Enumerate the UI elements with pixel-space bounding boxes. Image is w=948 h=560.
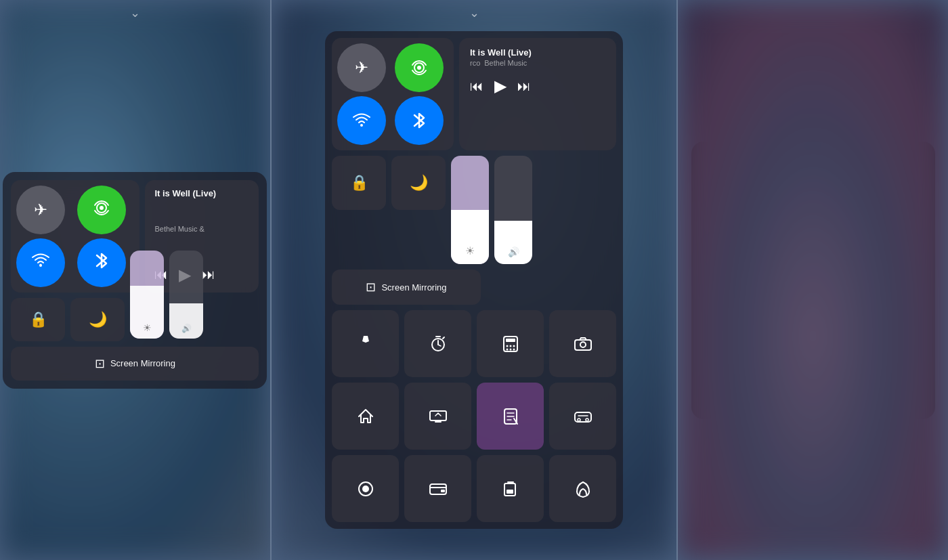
svg-point-13 [509, 348, 511, 350]
svg-point-2 [39, 264, 42, 267]
music-artist2b: Bethel Music [484, 59, 527, 67]
row-2: 🔒 🌙 ☀ 🔊 [11, 298, 259, 341]
panel-3: ✈ Airplane Mode Off Cellula [678, 0, 948, 560]
control-center-1: ✈ [3, 172, 267, 389]
control-center-2: ✈ [325, 31, 623, 529]
music-artist-1: Bethel Music & [154, 225, 249, 233]
connectivity-block-2: ✈ [332, 38, 454, 150]
svg-point-16 [580, 342, 586, 347]
svg-point-1 [100, 206, 104, 210]
svg-point-9 [506, 345, 508, 347]
shortcuts-row1 [332, 310, 616, 377]
svg-point-23 [362, 486, 369, 492]
notes-btn[interactable] [477, 383, 544, 450]
moon-icon-2: 🌙 [410, 174, 428, 192]
svg-rect-8 [506, 339, 515, 342]
airplane-mode-btn[interactable]: ✈ [16, 186, 65, 234]
row2-3: ⊡ Screen Mirroring [332, 270, 616, 305]
ffwd-btn-2[interactable]: ⏭ [517, 79, 531, 94]
appletv-btn[interactable] [404, 383, 471, 450]
svg-point-21 [586, 418, 588, 421]
home-btn[interactable] [332, 383, 399, 450]
svg-point-11 [513, 345, 515, 347]
music-controls-2: ⏮ ▶ ⏭ [470, 77, 605, 95]
wifi-icon-2 [352, 111, 371, 130]
notch-2: ⌄ [469, 5, 479, 20]
svg-point-20 [578, 418, 580, 421]
music-title-2: It is Well (Live) [470, 47, 605, 58]
airplane-icon-2: ✈ [355, 58, 368, 77]
wallet-btn[interactable] [404, 455, 471, 522]
rotation-lock-btn-2[interactable]: 🔒 [332, 156, 386, 210]
music-artists-2: rco Bethel Music [470, 59, 605, 67]
bluetooth-btn[interactable] [77, 238, 126, 287]
volume-icon-2: 🔊 [508, 246, 519, 257]
svg-point-4 [417, 66, 421, 70]
svg-rect-25 [441, 490, 445, 492]
rotation-lock-btn[interactable]: 🔒 [11, 298, 65, 341]
bluetooth-icon-2 [412, 111, 427, 130]
brightness-icon-2: ☀ [465, 244, 475, 257]
wifi-btn[interactable] [16, 238, 65, 287]
timer-btn[interactable] [404, 310, 471, 377]
svg-point-12 [506, 348, 508, 350]
screen-mirroring-btn-1[interactable]: ⊡ Screen Mirroring [11, 347, 259, 381]
volume-slider[interactable]: 🔊 [169, 251, 203, 339]
fast-forward-btn[interactable]: ⏭ [202, 267, 215, 282]
divider-1 [270, 0, 272, 560]
cellular-icon [92, 198, 111, 221]
panel-3-bg [678, 0, 948, 560]
volume-icon: 🔊 [181, 324, 192, 333]
rotation-lock-icon: 🔒 [29, 311, 47, 328]
row-3: ⊡ Screen Mirroring [11, 347, 259, 381]
connectivity-block-1: ✈ [11, 180, 139, 293]
cellular-btn[interactable] [77, 186, 126, 234]
calculator-btn[interactable] [477, 310, 544, 377]
rewind-btn-2[interactable]: ⏮ [470, 79, 483, 94]
wifi-btn-2[interactable] [337, 96, 386, 145]
wifi-icon [31, 251, 50, 274]
screen-mirror-label-2: Screen Mirroring [381, 282, 446, 293]
bluetooth-icon [94, 251, 109, 274]
rotation-lock-icon-2: 🔒 [350, 174, 368, 192]
carplay-btn[interactable] [549, 383, 616, 450]
volume-slider-2[interactable]: 🔊 [494, 156, 532, 264]
dnd-btn-2[interactable]: 🌙 [391, 156, 446, 210]
screen-mirroring-btn-2[interactable]: ⊡ Screen Mirroring [332, 270, 481, 305]
screenrecord-btn[interactable] [332, 455, 399, 522]
row2-2: 🔒 🌙 ☀ 🔊 [332, 156, 616, 264]
screen-mirror-icon-2: ⊡ [366, 280, 376, 295]
svg-point-5 [360, 124, 363, 127]
music-artist2a: rco [470, 59, 480, 67]
dnd-btn[interactable]: 🌙 [70, 298, 125, 341]
camera-btn[interactable] [549, 310, 616, 377]
cellular-btn-2[interactable] [395, 43, 444, 92]
airplane-icon: ✈ [34, 200, 47, 219]
cellular-icon-2 [410, 58, 429, 77]
svg-rect-17 [430, 411, 446, 421]
row2-1: ✈ [332, 38, 616, 150]
panel-1: ⌄ ✈ [0, 0, 270, 560]
shortcuts-row3 [332, 455, 616, 522]
panel-2: ⌄ ✈ [272, 0, 676, 560]
airplane-mode-btn-2[interactable]: ✈ [337, 43, 386, 92]
svg-point-10 [509, 345, 511, 347]
brightness-icon: ☀ [143, 322, 152, 333]
brightness-slider-2[interactable]: ☀ [451, 156, 489, 264]
music-title-1: It is Well (Live) [154, 188, 249, 198]
play-btn-2[interactable]: ▶ [494, 77, 507, 95]
music-block-2: It is Well (Live) rco Bethel Music ⏮ ▶ ⏭ [459, 38, 616, 150]
moon-icon: 🌙 [89, 311, 107, 328]
brightness-slider[interactable]: ☀ [130, 251, 164, 339]
svg-rect-27 [507, 490, 513, 494]
divider-2 [676, 0, 678, 560]
bluetooth-btn-2[interactable] [395, 96, 444, 145]
flashlight-btn[interactable] [332, 310, 399, 377]
shortcuts-row2 [332, 383, 616, 450]
shazam-btn[interactable] [549, 455, 616, 522]
screen-mirror-icon-1: ⊡ [95, 356, 105, 371]
screen-mirror-label-1: Screen Mirroring [110, 358, 175, 368]
svg-rect-24 [430, 484, 446, 494]
svg-point-14 [513, 348, 515, 350]
battery-btn[interactable] [477, 455, 544, 522]
